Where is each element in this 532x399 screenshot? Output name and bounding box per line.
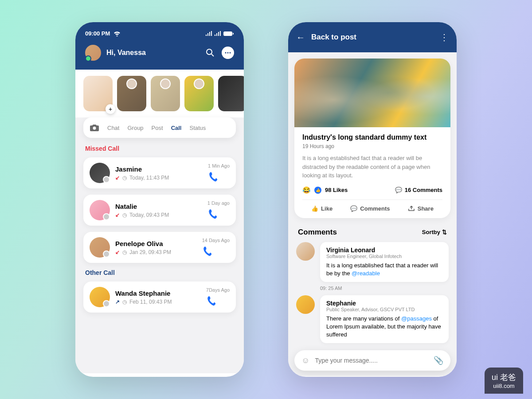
commenter-name: Stephanie [326, 300, 442, 307]
comments-header-row: Comments Sortby⇅ [288, 224, 457, 242]
caller-avatar [90, 237, 110, 258]
caller-avatar [90, 163, 110, 183]
call-button-icon[interactable] [202, 246, 214, 257]
other-call-header: Other Call [75, 269, 244, 282]
watermark: ui 老爸 uii8.com [485, 368, 523, 394]
share-icon [408, 205, 415, 211]
signal-icon [206, 31, 212, 36]
story-avatar [126, 78, 137, 89]
story-item[interactable] [184, 76, 214, 111]
phone1-header: 09:00 PM Hi, Vanessa [75, 22, 244, 70]
call-time: Today, 11:43 PM [129, 175, 169, 181]
greeting-text: Hi, Vanessa [106, 49, 199, 57]
call-ago: 14 Days Ago [202, 238, 230, 243]
story-item[interactable] [151, 76, 180, 111]
sort-icon: ⇅ [442, 229, 447, 235]
comments-button[interactable]: 💬Comments [350, 205, 390, 212]
post-title: Industry's long standard dummy text [302, 133, 442, 141]
post-card: Industry's long standard dummy text 19 H… [294, 59, 450, 218]
share-button[interactable]: Share [408, 205, 434, 212]
mention-link[interactable]: @readable [352, 270, 380, 277]
phone-calls-screen: 09:00 PM Hi, Vanessa + Chat [75, 22, 244, 377]
call-time: Jan 29, 09:43 PM [129, 249, 171, 255]
user-greeting-row: Hi, Vanessa [85, 45, 234, 61]
back-button[interactable]: ← [296, 32, 305, 43]
user-avatar[interactable] [85, 45, 101, 61]
commenter-avatar[interactable] [296, 242, 315, 261]
missed-arrow-icon: ↙ [115, 212, 120, 218]
tab-chat[interactable]: Chat [107, 125, 119, 131]
phone2-body: Industry's long standard dummy text 19 H… [288, 52, 457, 376]
post-image[interactable] [294, 59, 450, 127]
signal-icon [215, 31, 221, 36]
commenter-role: Public Speaker, Advisor, GSCV PVT LTD [326, 307, 442, 312]
svg-point-15 [93, 127, 96, 130]
call-row[interactable]: Jasmine ↙◷Today, 11:43 PM 1 Min Ago [83, 157, 236, 188]
svg-rect-6 [218, 32, 219, 36]
message-input-bar: ☺ 📎 [294, 350, 450, 371]
caller-name: Natalie [115, 203, 202, 210]
post-time: 19 Hours ago [302, 143, 442, 149]
status-bar: 09:00 PM [85, 30, 234, 37]
tab-status[interactable]: Status [189, 125, 206, 131]
sortby-button[interactable]: Sortby⇅ [422, 229, 447, 235]
phone1-body: + Chat Group Post Call Status Missed Cal… [75, 70, 244, 373]
likes-count[interactable]: 😂 👍 98 Likes [302, 186, 348, 194]
attachment-button[interactable]: 📎 [434, 356, 443, 365]
mention-link[interactable]: @passages [401, 315, 432, 322]
comment-text: There are many variations of @passages o… [326, 315, 442, 339]
call-button-icon[interactable] [206, 295, 218, 307]
message-input[interactable] [315, 357, 428, 364]
stories-row[interactable]: + [75, 70, 244, 117]
svg-rect-5 [216, 33, 217, 36]
svg-rect-4 [215, 35, 215, 36]
svg-rect-7 [220, 31, 221, 36]
tabs-bar: Chat Group Post Call Status [83, 117, 236, 138]
comments-count[interactable]: 💬 16 Comments [395, 187, 442, 193]
battery-icon [223, 31, 234, 36]
call-button-icon[interactable] [208, 171, 219, 183]
comment-text: It is a long established fact that a rea… [326, 262, 442, 278]
tab-group[interactable]: Group [127, 125, 143, 131]
comment-timestamp: 09: 25 AM [288, 285, 457, 295]
add-story-button[interactable]: + [106, 104, 115, 114]
like-icon: 👍 [311, 205, 318, 212]
camera-icon[interactable] [90, 124, 99, 132]
call-row[interactable]: Penelope Oliva ↙◷Jan 29, 09:43 PM 14 Day… [83, 232, 236, 263]
menu-button[interactable]: ⋮ [440, 32, 449, 43]
svg-rect-9 [233, 33, 234, 35]
more-button[interactable] [222, 47, 234, 59]
post-actions: 👍Like 💬Comments Share [302, 200, 442, 212]
call-ago: 1 Day ago [207, 200, 230, 206]
svg-line-11 [211, 54, 214, 56]
svg-rect-3 [211, 31, 212, 36]
clock-icon: ◷ [122, 212, 127, 218]
caller-avatar [90, 200, 110, 220]
clock-icon: ◷ [122, 299, 127, 305]
story-item[interactable] [218, 76, 244, 111]
emoji-button[interactable]: ☺ [301, 356, 309, 365]
commenter-avatar[interactable] [296, 295, 315, 314]
call-button-icon[interactable] [207, 208, 219, 220]
story-item[interactable]: + [83, 76, 113, 111]
call-row[interactable]: Wanda Stephanie ↗◷Feb 11, 09:43 PM 7Days… [83, 282, 236, 313]
call-time: Feb 11, 09:43 PM [129, 299, 172, 305]
emoji-icon: 😂 [302, 186, 311, 194]
clock-icon: ◷ [122, 175, 127, 181]
clock-icon: ◷ [122, 249, 127, 255]
caller-name: Penelope Oliva [115, 240, 197, 247]
search-button[interactable] [204, 47, 216, 59]
tab-call[interactable]: Call [171, 125, 182, 131]
story-item[interactable] [117, 76, 146, 111]
commenter-name: Virginia Leonard [326, 246, 442, 254]
call-row[interactable]: Natalie ↙◷Today, 09:43 PM 1 Day ago [83, 195, 236, 226]
post-description: It is a long established fact that a rea… [302, 154, 442, 180]
svg-rect-1 [207, 33, 208, 36]
tab-post[interactable]: Post [152, 125, 163, 131]
back-to-post-label: Back to post [311, 33, 434, 42]
like-button[interactable]: 👍Like [311, 205, 332, 212]
missed-arrow-icon: ↙ [115, 249, 120, 255]
thumbs-icon: 👍 [314, 187, 321, 194]
call-time: Today, 09:43 PM [129, 212, 169, 218]
missed-arrow-icon: ↙ [115, 175, 120, 181]
